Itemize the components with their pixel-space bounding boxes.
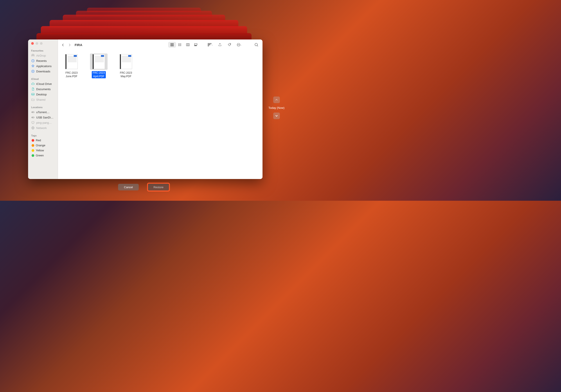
document-icon: [31, 87, 35, 91]
sidebar-item-downloads[interactable]: Downloads: [28, 69, 58, 74]
tags-button[interactable]: [227, 42, 233, 47]
svg-rect-20: [195, 45, 196, 46]
nav-forward-button[interactable]: [68, 43, 71, 46]
svg-rect-21: [196, 45, 197, 46]
svg-rect-26: [209, 44, 210, 45]
file-item-selected[interactable]: FRC-2023April.PDF: [88, 53, 110, 78]
disk-icon: [31, 116, 35, 119]
svg-rect-11: [173, 43, 174, 44]
sidebar-item-recents[interactable]: Recents: [28, 58, 58, 64]
maximize-window-button: [40, 42, 43, 45]
search-button[interactable]: [253, 42, 259, 47]
file-item[interactable]: FRC-2023May.PDF: [115, 53, 137, 78]
sidebar-item-network[interactable]: Network: [28, 125, 58, 130]
svg-rect-25: [209, 43, 210, 44]
sidebar-item-ping-pang[interactable]: ping-pang…: [28, 120, 58, 125]
sidebar-item-label: AirDrop: [36, 54, 46, 57]
svg-point-28: [230, 44, 230, 44]
svg-rect-13: [173, 45, 174, 46]
view-icon-button[interactable]: [168, 42, 176, 48]
view-list-button[interactable]: [176, 42, 184, 48]
file-thumb: [90, 53, 108, 70]
disk-icon: [31, 110, 35, 114]
sidebar-item-label: Shared: [36, 98, 45, 101]
finder-window: Favourites AirDrop Recents Applications …: [28, 40, 262, 179]
sidebar-header: Favourites: [28, 49, 58, 53]
tag-dot-icon: [32, 154, 34, 157]
sidebar-item-utorrent[interactable]: uTorrent…: [28, 109, 58, 115]
group-by-button[interactable]: ⌄: [207, 42, 213, 47]
svg-rect-8: [32, 122, 34, 123]
sidebar-section-tags: Tags Red Orange Yellow Green: [28, 133, 58, 160]
sidebar-tag-yellow[interactable]: Yellow: [28, 148, 58, 153]
svg-point-33: [255, 43, 258, 46]
finder-main: FIRA ⌄: [58, 40, 262, 179]
sidebar-section-locations: Locations uTorrent… USB SanDi… ping-pang…: [28, 105, 58, 133]
svg-rect-22: [208, 43, 209, 44]
nav-arrows: [61, 43, 71, 46]
sidebar-item-airdrop[interactable]: AirDrop: [28, 53, 58, 58]
svg-rect-12: [171, 45, 172, 46]
restore-button[interactable]: Restore: [148, 184, 169, 191]
svg-rect-17: [186, 44, 189, 46]
sidebar-item-label: ping-pang…: [36, 121, 52, 124]
restore-highlight: Restore: [147, 183, 170, 191]
sidebar-section-icloud: iCloud iCloud Drive Documents Desktop Sh…: [28, 76, 58, 105]
timeline-timestamp: Today (Now): [269, 105, 284, 110]
file-item[interactable]: FRC-2023June.PDF: [61, 53, 83, 78]
timeline-up-button[interactable]: [273, 96, 280, 103]
sidebar-item-label: Applications: [36, 64, 52, 68]
svg-rect-18: [194, 44, 197, 45]
svg-point-14: [178, 44, 179, 44]
svg-rect-10: [171, 43, 172, 44]
timeline-controls: Today (Now): [269, 96, 284, 119]
timeline-down-button[interactable]: [273, 113, 280, 119]
svg-point-16: [178, 46, 179, 46]
desktop-icon: [31, 93, 35, 96]
file-grid[interactable]: FRC-2023June.PDF FRC-2023April.PDF FRC-2…: [58, 50, 262, 179]
share-button[interactable]: [217, 42, 223, 47]
globe-icon: [31, 126, 35, 130]
tag-dot-icon: [32, 139, 34, 142]
cancel-button[interactable]: Cancel: [118, 184, 139, 191]
svg-rect-24: [208, 45, 209, 46]
sidebar-header: iCloud: [28, 77, 58, 81]
svg-rect-23: [208, 44, 209, 45]
folder-icon: [31, 98, 35, 101]
sidebar-item-applications[interactable]: Applications: [28, 64, 58, 69]
clock-icon: [31, 59, 35, 63]
sidebar-header: Tags: [28, 134, 58, 138]
finder-sidebar: Favourites AirDrop Recents Applications …: [28, 40, 58, 179]
sidebar-item-desktop[interactable]: Desktop: [28, 92, 58, 97]
sidebar-item-icloud-drive[interactable]: iCloud Drive: [28, 81, 58, 86]
sidebar-tag-green[interactable]: Green: [28, 153, 58, 158]
sidebar-tag-red[interactable]: Red: [28, 138, 58, 143]
sidebar-section-favourites: Favourites AirDrop Recents Applications …: [28, 48, 58, 76]
svg-point-30: [238, 44, 238, 45]
sidebar-item-shared[interactable]: Shared: [28, 97, 58, 102]
sidebar-item-label: iCloud Drive: [36, 82, 52, 85]
actions-button[interactable]: ⌄: [236, 42, 242, 47]
chevron-down-icon: ⌄: [240, 44, 242, 46]
downloads-icon: [31, 70, 35, 73]
file-thumb: [117, 53, 135, 70]
screen-icon: [31, 121, 35, 124]
sidebar-item-label: Yellow: [36, 149, 44, 152]
file-label: FRC-2023May.PDF: [119, 71, 133, 78]
close-window-button[interactable]: [31, 42, 34, 45]
view-columns-button[interactable]: [184, 42, 192, 48]
view-gallery-button[interactable]: [192, 42, 200, 48]
file-thumb: [63, 53, 80, 70]
sidebar-item-label: Desktop: [36, 93, 47, 96]
sidebar-item-usb-sandisk[interactable]: USB SanDi…: [28, 115, 58, 120]
sidebar-item-documents[interactable]: Documents: [28, 86, 58, 92]
applications-icon: [31, 64, 35, 68]
svg-point-15: [178, 44, 179, 45]
sidebar-item-label: Recents: [36, 59, 47, 63]
finder-toolbar: FIRA ⌄: [58, 40, 262, 50]
sidebar-item-label: Downloads: [36, 70, 50, 73]
folder-title: FIRA: [75, 43, 82, 47]
sidebar-tag-orange[interactable]: Orange: [28, 143, 58, 148]
sidebar-item-label: Orange: [36, 144, 45, 147]
nav-back-button[interactable]: [61, 43, 65, 46]
